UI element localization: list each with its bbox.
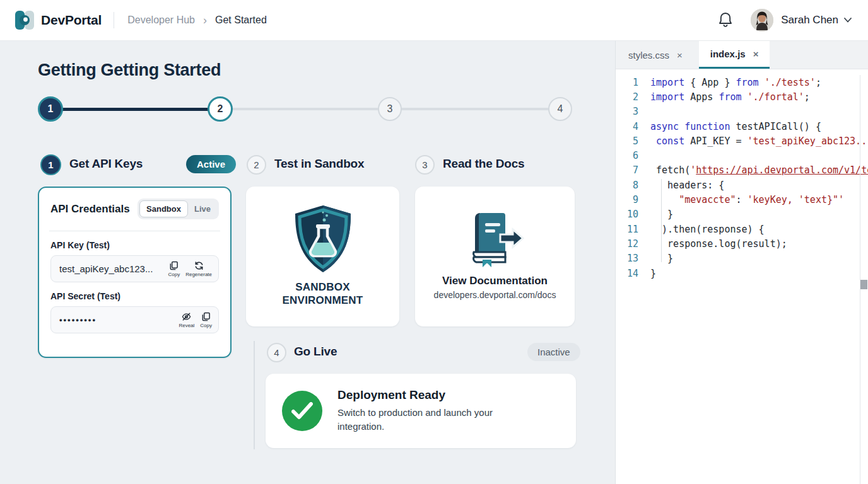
success-check-icon (282, 391, 322, 431)
code-line: 4async function testAPICall() { (616, 119, 868, 134)
reveal-label: Reveal (179, 323, 194, 328)
code-line: 1import { App } from './tests'; (616, 75, 868, 89)
copy-icon (201, 312, 211, 321)
line-number: 9 (616, 194, 638, 205)
step2-title: Test in Sandbox (274, 157, 364, 171)
main-content: Getting Getting Started 1 2 3 4 1 Get AP… (0, 41, 615, 484)
code-line: 8 headers: { (616, 178, 868, 192)
deployment-ready-card: Deployment Ready Switch to production an… (266, 374, 576, 448)
user-avatar[interactable] (751, 9, 773, 32)
code-line: 7 fetch('https://api.devportal.com/v1/te… (616, 163, 868, 178)
step1-number: 1 (40, 154, 61, 175)
scrollbar-thumb[interactable] (860, 280, 867, 289)
code-area[interactable]: 1import { App } from './tests';2import A… (616, 69, 868, 484)
step1-status-badge: Active (186, 155, 236, 173)
step1-title: Get API Keys (69, 157, 143, 171)
api-key-label: API Key (Test) (50, 240, 219, 250)
docs-url[interactable]: developers.devportal.com/docs (434, 290, 556, 300)
book-arrow-icon (461, 213, 529, 267)
code-line: 9 "mevaccte": 'keyKey, 'text}"' (616, 192, 868, 207)
docs-card[interactable]: View Documentation developers.devportal.… (415, 187, 575, 326)
copy-label: Copy (168, 272, 180, 277)
line-number: 7 (616, 164, 638, 176)
code-line: 3 (616, 105, 868, 119)
stepper-track-todo (392, 108, 561, 110)
api-credentials-card: API Credentials Sandbox Live API Key (Te… (38, 187, 232, 358)
docs-title[interactable]: View Documentation (442, 275, 548, 287)
regenerate-key-button[interactable]: Regenerate (185, 261, 212, 277)
stepper-node-2[interactable]: 2 (208, 96, 233, 122)
step3-number: 3 (415, 155, 435, 175)
api-secret-label: API Secret (Test) (50, 291, 219, 301)
copy-label: Copy (200, 323, 212, 328)
card-divider (49, 231, 220, 231)
code-line: 11 ).then(response) { (616, 222, 868, 236)
toggle-live[interactable]: Live (188, 201, 217, 217)
sandbox-caption: SANDBOX ENVIRONMENT (283, 280, 363, 308)
step2-number: 2 (247, 155, 266, 175)
api-secret-field: ••••••••• Reveal Copy (50, 306, 219, 333)
copy-key-button[interactable]: Copy (168, 261, 180, 277)
sandbox-caption-line2: ENVIRONMENT (283, 294, 363, 307)
line-number: 14 (616, 268, 638, 279)
copy-icon (169, 261, 179, 270)
copy-secret-button[interactable]: Copy (200, 312, 212, 328)
tab-label: index.js (710, 49, 746, 59)
line-number: 12 (616, 238, 638, 250)
close-icon[interactable]: × (753, 49, 759, 59)
app-window: DevPortal Developer Hub › Get Started Sa… (0, 0, 868, 484)
line-number: 2 (616, 91, 638, 103)
devportal-logo-icon (15, 11, 34, 30)
editor-scrollbar[interactable] (860, 75, 868, 484)
step3-title: Read the Docs (443, 157, 524, 171)
golive-section-divider (254, 341, 255, 449)
breadcrumb-current: Get Started (215, 14, 267, 26)
indent-guide (661, 179, 662, 262)
topbar-divider (114, 12, 114, 28)
top-bar: DevPortal Developer Hub › Get Started Sa… (0, 0, 868, 41)
regenerate-icon (194, 261, 204, 270)
environment-toggle: Sandbox Live (138, 199, 219, 219)
sandbox-card: SANDBOX ENVIRONMENT (246, 187, 399, 326)
chevron-down-icon[interactable] (844, 18, 852, 23)
eye-off-icon (182, 312, 191, 321)
step4-title: Go Live (294, 345, 337, 359)
stepper-node-1[interactable]: 1 (38, 96, 63, 122)
line-number: 3 (616, 106, 638, 117)
step4-status-badge: Inactive (527, 343, 580, 361)
sandbox-caption-line1: SANDBOX (283, 280, 363, 294)
code-line: 5 const API_KEY = 'test_apiKey_abc123...… (616, 134, 868, 148)
tab-styles-css[interactable]: styles.css × (617, 41, 694, 69)
code-line: 6 (616, 148, 868, 163)
toggle-sandbox[interactable]: Sandbox (139, 200, 188, 217)
code-line: 14} (616, 266, 868, 280)
code-editor-panel: styles.css × index.js × 1import { App } … (615, 41, 868, 484)
stepper-track-todo (223, 108, 391, 110)
golive-card-title: Deployment Ready (337, 388, 520, 402)
line-number: 1 (616, 77, 638, 88)
line-number: 8 (616, 180, 638, 191)
line-number: 4 (616, 121, 638, 132)
api-card-title: API Credentials (50, 203, 130, 216)
reveal-secret-button[interactable]: Reveal (179, 312, 194, 328)
tab-index-js[interactable]: index.js × (699, 41, 770, 69)
stepper-node-4[interactable]: 4 (548, 97, 572, 121)
line-number: 10 (616, 209, 638, 220)
close-icon[interactable]: × (677, 50, 683, 60)
api-secret-value: ••••••••• (59, 315, 173, 325)
api-key-value: test_apiKey_abc123... (59, 263, 163, 274)
shield-flask-icon (291, 204, 355, 274)
breadcrumb-parent[interactable]: Developer Hub (127, 14, 195, 26)
user-name[interactable]: Sarah Chen (781, 14, 838, 26)
stepper-track-done (53, 108, 221, 111)
page-title: Getting Getting Started (38, 60, 221, 80)
line-number: 5 (616, 135, 638, 147)
line-number: 11 (616, 224, 638, 235)
step4-number: 4 (267, 343, 286, 362)
code-lines: 1import { App } from './tests';2import A… (616, 75, 868, 280)
notification-bell-icon[interactable] (718, 12, 733, 28)
regenerate-label: Regenerate (185, 272, 212, 277)
stepper-node-3[interactable]: 3 (378, 97, 402, 121)
code-line: 13 } (616, 251, 868, 266)
golive-card-description: Switch to production and launch your int… (337, 406, 520, 434)
